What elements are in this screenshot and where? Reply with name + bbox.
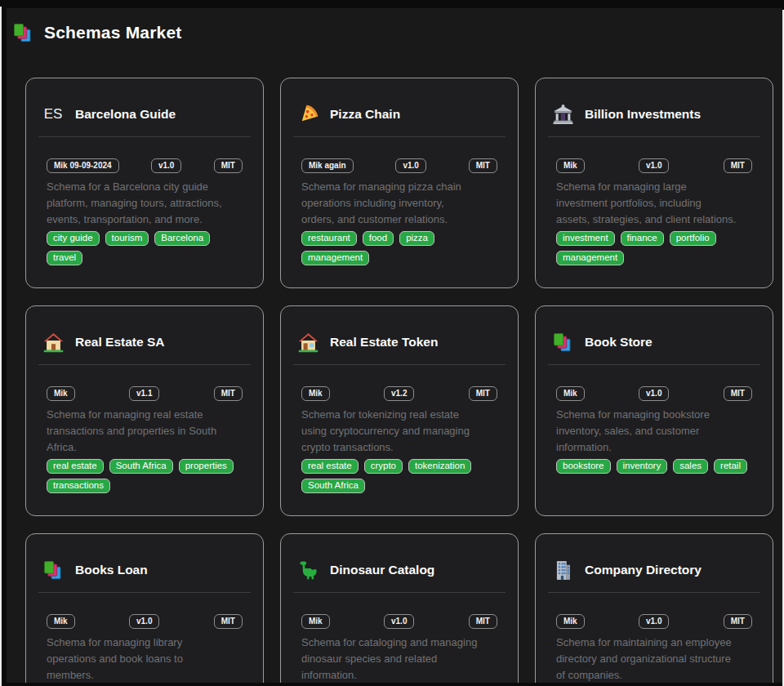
tag: retail bbox=[714, 459, 747, 474]
tag: pizza bbox=[399, 231, 434, 246]
author-badge: Mik bbox=[301, 614, 330, 629]
tag-list: city guidetourismBarcelonatravel bbox=[47, 231, 243, 265]
version-badge: v1.2 bbox=[384, 386, 414, 401]
tag: South Africa bbox=[301, 479, 365, 493]
license-badge: MIT bbox=[214, 158, 243, 173]
schema-description: Schema for maintaining an employee direc… bbox=[556, 635, 752, 683]
tag: real estate bbox=[47, 459, 104, 474]
tag: restaurant bbox=[301, 231, 357, 246]
card-header: Real Estate SA bbox=[42, 306, 243, 354]
badge-row: Mik v1.0 MIT bbox=[556, 158, 752, 173]
badge-row: Mik 09-09-2024 v1.0 MIT bbox=[47, 158, 243, 173]
tag-list: bookstoreinventorysalesretail bbox=[556, 459, 752, 474]
tag: real estate bbox=[301, 459, 359, 474]
tag: travel bbox=[47, 251, 82, 265]
es-flag-icon: ES bbox=[42, 103, 65, 126]
schema-description: Schema for managing real estate transact… bbox=[47, 407, 243, 456]
license-badge: MIT bbox=[214, 614, 243, 629]
schema-card[interactable]: Dinosaur Catalog Mik v1.0 MIT Schema for… bbox=[280, 533, 519, 683]
card-divider bbox=[293, 592, 506, 593]
schema-title: Book Store bbox=[585, 335, 653, 350]
tag: inventory bbox=[617, 459, 668, 474]
card-header: Company Directory bbox=[551, 534, 752, 582]
tag: Barcelona bbox=[154, 231, 210, 246]
schema-card[interactable]: Pizza Chain Mik again v1.0 MIT Schema fo… bbox=[280, 78, 519, 288]
license-badge: MIT bbox=[724, 158, 752, 173]
license-badge: MIT bbox=[724, 614, 752, 629]
card-header: Real Estate Token bbox=[296, 306, 497, 354]
tag-list: real estateSouth Africapropertiestransac… bbox=[47, 459, 243, 493]
badge-row: Mik v1.0 MIT bbox=[47, 614, 243, 629]
card-divider bbox=[548, 136, 760, 137]
card-header: Book Store bbox=[551, 306, 752, 354]
version-badge: v1.0 bbox=[639, 386, 669, 401]
license-badge: MIT bbox=[214, 386, 243, 401]
license-badge: MIT bbox=[724, 386, 752, 401]
house-garden-icon bbox=[296, 331, 319, 354]
version-badge: v1.0 bbox=[151, 158, 181, 173]
version-badge: v1.0 bbox=[384, 614, 414, 629]
schema-description: Schema for cataloging and managing dinos… bbox=[301, 635, 497, 683]
card-divider bbox=[293, 364, 506, 365]
schema-description: Schema for managing large investment por… bbox=[556, 179, 752, 228]
bank-icon bbox=[551, 103, 574, 126]
author-badge: Mik bbox=[556, 386, 585, 401]
tag: crypto bbox=[364, 459, 403, 474]
dinosaur-icon bbox=[296, 559, 319, 581]
author-badge: Mik bbox=[301, 386, 330, 401]
books-icon bbox=[11, 21, 34, 44]
version-badge: v1.0 bbox=[395, 158, 425, 173]
badge-row: Mik v1.0 MIT bbox=[556, 386, 752, 401]
books-icon bbox=[42, 559, 65, 581]
schema-description: Schema for managing library operations a… bbox=[47, 635, 243, 683]
page-title: Schemas Market bbox=[44, 23, 182, 42]
schema-title: Billion Investments bbox=[585, 107, 701, 122]
tag: tourism bbox=[105, 231, 149, 246]
license-badge: MIT bbox=[469, 158, 497, 173]
schema-card[interactable]: Company Directory Mik v1.0 MIT Schema fo… bbox=[535, 533, 773, 683]
schema-card[interactable]: Real Estate SA Mik v1.1 MIT Schema for m… bbox=[25, 305, 264, 516]
schema-title: Barcelona Guide bbox=[75, 107, 176, 122]
pizza-icon bbox=[296, 103, 319, 126]
schema-title: Company Directory bbox=[585, 563, 702, 577]
license-badge: MIT bbox=[469, 614, 497, 629]
version-badge: v1.1 bbox=[129, 386, 159, 401]
badge-row: Mik again v1.0 MIT bbox=[301, 158, 497, 173]
tag: finance bbox=[621, 231, 664, 246]
schema-title: Books Loan bbox=[75, 563, 148, 577]
schema-card[interactable]: Book Store Mik v1.0 MIT Schema for manag… bbox=[535, 305, 773, 516]
license-badge: MIT bbox=[469, 386, 497, 401]
tag: management bbox=[301, 251, 369, 265]
schema-card[interactable]: Books Loan Mik v1.0 MIT Schema for manag… bbox=[25, 533, 264, 683]
badge-row: Mik v1.1 MIT bbox=[47, 386, 243, 401]
office-building-icon bbox=[551, 559, 574, 581]
tag-list: real estatecryptotokenizationSouth Afric… bbox=[301, 459, 497, 493]
tag: South Africa bbox=[109, 459, 173, 474]
tag: investment bbox=[556, 231, 615, 246]
author-badge: Mik bbox=[47, 386, 75, 401]
page: Schemas Market ES Barcelona Guide Mik 09… bbox=[7, 8, 782, 683]
tag: bookstore bbox=[556, 459, 611, 474]
tag-list: restaurantfoodpizzamanagement bbox=[301, 231, 497, 265]
version-badge: v1.0 bbox=[639, 158, 669, 173]
version-badge: v1.0 bbox=[639, 614, 669, 629]
house-icon bbox=[42, 331, 65, 354]
tag: sales bbox=[673, 459, 708, 474]
schema-title: Pizza Chain bbox=[330, 107, 400, 122]
schema-card[interactable]: ES Barcelona Guide Mik 09-09-2024 v1.0 M… bbox=[25, 78, 264, 288]
schema-card[interactable]: Billion Investments Mik v1.0 MIT Schema … bbox=[535, 78, 773, 288]
tag: transactions bbox=[47, 479, 110, 493]
author-badge: Mik bbox=[47, 614, 75, 629]
badge-row: Mik v1.0 MIT bbox=[556, 614, 752, 629]
card-header: Billion Investments bbox=[551, 78, 752, 127]
card-divider bbox=[38, 592, 251, 593]
schema-card[interactable]: Real Estate Token Mik v1.2 MIT Schema fo… bbox=[280, 305, 519, 516]
schema-title: Real Estate SA bbox=[75, 335, 164, 350]
schema-description: Schema for managing pizza chain operatio… bbox=[301, 179, 497, 228]
version-badge: v1.0 bbox=[129, 614, 159, 629]
card-header: ES Barcelona Guide bbox=[42, 78, 243, 127]
app-header: Schemas Market bbox=[7, 8, 782, 44]
schema-title: Real Estate Token bbox=[330, 335, 438, 350]
tag-list: investmentfinanceportfoliomanagement bbox=[556, 231, 752, 265]
card-divider bbox=[38, 364, 251, 365]
